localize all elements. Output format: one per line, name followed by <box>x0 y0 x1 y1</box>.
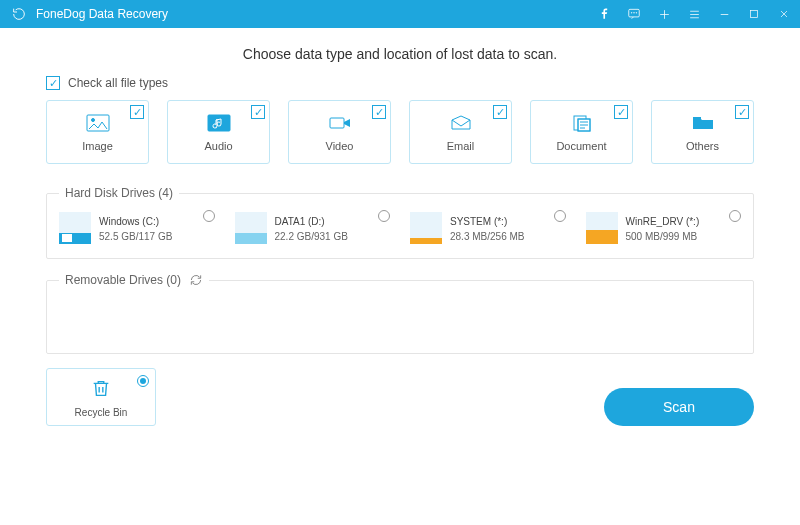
svg-point-1 <box>631 13 632 14</box>
drive-size: 500 MB/999 MB <box>626 229 700 244</box>
type-card-others[interactable]: Others <box>651 100 754 164</box>
check-all-label: Check all file types <box>68 76 168 90</box>
type-checkbox[interactable] <box>493 105 507 119</box>
trash-icon <box>90 377 112 403</box>
drive-name: Windows (C:) <box>99 214 172 229</box>
removable-legend: Removable Drives (0) <box>65 273 181 287</box>
type-checkbox[interactable] <box>735 105 749 119</box>
check-all-checkbox[interactable] <box>46 76 60 90</box>
removable-group: Removable Drives (0) <box>46 273 754 354</box>
type-label: Audio <box>204 140 232 152</box>
type-label: Document <box>556 140 606 152</box>
folder-icon <box>690 112 716 134</box>
type-card-video[interactable]: Video <box>288 100 391 164</box>
drive-radio[interactable] <box>729 210 741 222</box>
drive-item[interactable]: DATA1 (D:)22.2 GB/931 GB <box>235 212 391 244</box>
drive-icon <box>410 212 442 244</box>
svg-point-6 <box>91 119 94 122</box>
drive-icon <box>235 212 267 244</box>
check-all-row[interactable]: Check all file types <box>46 76 754 90</box>
drive-size: 52.5 GB/117 GB <box>99 229 172 244</box>
hard-disk-group: Hard Disk Drives (4) Windows (C:)52.5 GB… <box>46 186 754 259</box>
audio-icon <box>206 112 232 134</box>
drive-item[interactable]: WinRE_DRV (*:)500 MB/999 MB <box>586 212 742 244</box>
type-checkbox[interactable] <box>614 105 628 119</box>
type-card-document[interactable]: Document <box>530 100 633 164</box>
type-checkbox[interactable] <box>130 105 144 119</box>
recycle-label: Recycle Bin <box>75 407 128 418</box>
hard-disk-legend: Hard Disk Drives (4) <box>59 186 179 200</box>
svg-rect-7 <box>208 115 230 131</box>
scan-button[interactable]: Scan <box>604 388 754 426</box>
document-icon <box>569 112 595 134</box>
type-label: Email <box>447 140 475 152</box>
recycle-radio[interactable] <box>137 375 149 387</box>
drive-item[interactable]: Windows (C:)52.5 GB/117 GB <box>59 212 215 244</box>
svg-rect-12 <box>693 117 701 120</box>
svg-rect-8 <box>330 118 344 128</box>
svg-point-3 <box>636 13 637 14</box>
drive-size: 22.2 GB/931 GB <box>275 229 348 244</box>
feedback-icon[interactable] <box>626 6 642 22</box>
drive-radio[interactable] <box>203 210 215 222</box>
menu-icon[interactable] <box>686 6 702 22</box>
close-icon[interactable] <box>776 6 792 22</box>
drive-name: SYSTEM (*:) <box>450 214 524 229</box>
app-title: FoneDog Data Recovery <box>36 7 596 21</box>
file-type-grid: Image Audio Video Email Document Others <box>46 100 754 164</box>
type-label: Video <box>326 140 354 152</box>
drive-icon <box>586 212 618 244</box>
recycle-bin-card[interactable]: Recycle Bin <box>46 368 156 426</box>
drive-item[interactable]: SYSTEM (*:)28.3 MB/256 MB <box>410 212 566 244</box>
minimize-icon[interactable] <box>716 6 732 22</box>
video-icon <box>327 112 353 134</box>
facebook-icon[interactable] <box>596 6 612 22</box>
drive-name: WinRE_DRV (*:) <box>626 214 700 229</box>
titlebar: FoneDog Data Recovery <box>0 0 800 28</box>
type-label: Others <box>686 140 719 152</box>
image-icon <box>85 112 111 134</box>
type-card-audio[interactable]: Audio <box>167 100 270 164</box>
drive-radio[interactable] <box>554 210 566 222</box>
removable-empty <box>59 299 741 339</box>
drive-name: DATA1 (D:) <box>275 214 348 229</box>
type-card-email[interactable]: Email <box>409 100 512 164</box>
maximize-icon[interactable] <box>746 6 762 22</box>
type-checkbox[interactable] <box>372 105 386 119</box>
svg-rect-4 <box>751 11 758 18</box>
app-logo-icon <box>10 5 28 23</box>
type-checkbox[interactable] <box>251 105 265 119</box>
add-icon[interactable] <box>656 6 672 22</box>
type-label: Image <box>82 140 113 152</box>
drive-icon <box>59 212 91 244</box>
type-card-image[interactable]: Image <box>46 100 149 164</box>
email-icon <box>448 112 474 134</box>
refresh-icon[interactable] <box>189 273 203 287</box>
svg-point-2 <box>634 13 635 14</box>
page-heading: Choose data type and location of lost da… <box>46 46 754 62</box>
drive-radio[interactable] <box>378 210 390 222</box>
drive-size: 28.3 MB/256 MB <box>450 229 524 244</box>
